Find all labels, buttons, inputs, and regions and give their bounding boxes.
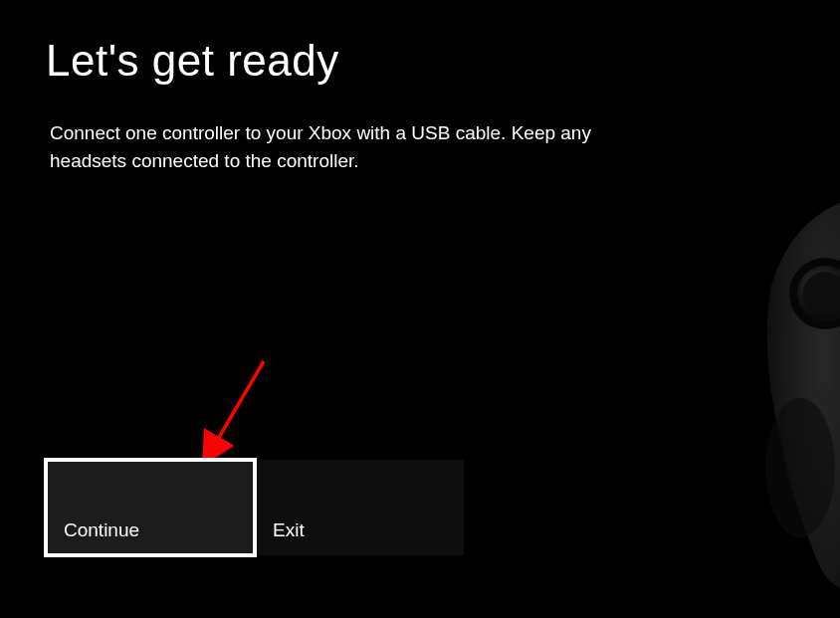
svg-point-4 <box>803 272 840 315</box>
button-row: Continue Exit <box>46 460 464 555</box>
svg-line-1 <box>214 361 264 446</box>
svg-point-3 <box>797 266 840 321</box>
controller-image <box>731 179 840 597</box>
exit-button[interactable]: Exit <box>255 460 464 555</box>
continue-button[interactable]: Continue <box>46 460 255 555</box>
annotation-arrow-icon <box>199 356 279 466</box>
svg-point-2 <box>789 258 840 329</box>
page-title: Let's get ready <box>46 36 339 86</box>
svg-point-5 <box>765 398 835 537</box>
page-subtitle: Connect one controller to your Xbox with… <box>50 119 607 174</box>
